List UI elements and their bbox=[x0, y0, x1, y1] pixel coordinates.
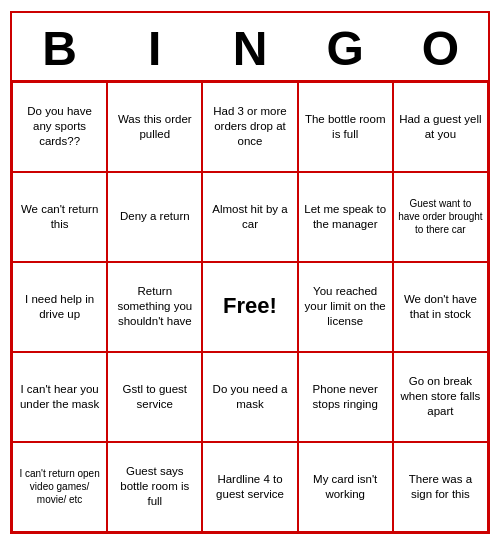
bingo-cell-16[interactable]: Gstl to guest service bbox=[107, 352, 202, 442]
bingo-cell-19[interactable]: Go on break when store falls apart bbox=[393, 352, 488, 442]
bingo-cell-0[interactable]: Do you have any sports cards?? bbox=[12, 82, 107, 172]
bingo-card: B I N G O Do you have any sports cards??… bbox=[10, 11, 490, 534]
letter-b: B bbox=[16, 21, 104, 76]
letter-g: G bbox=[301, 21, 389, 76]
bingo-cell-18[interactable]: Phone never stops ringing bbox=[298, 352, 393, 442]
bingo-cell-20[interactable]: I can't return open video games/ movie/ … bbox=[12, 442, 107, 532]
letter-i: I bbox=[111, 21, 199, 76]
bingo-cell-14[interactable]: We don't have that in stock bbox=[393, 262, 488, 352]
bingo-header: B I N G O bbox=[12, 13, 488, 80]
bingo-cell-7[interactable]: Almost hit by a car bbox=[202, 172, 297, 262]
bingo-cell-21[interactable]: Guest says bottle room is full bbox=[107, 442, 202, 532]
bingo-cell-6[interactable]: Deny a return bbox=[107, 172, 202, 262]
bingo-cell-5[interactable]: We can't return this bbox=[12, 172, 107, 262]
bingo-cell-13[interactable]: You reached your limit on the license bbox=[298, 262, 393, 352]
bingo-cell-23[interactable]: My card isn't working bbox=[298, 442, 393, 532]
bingo-cell-12[interactable]: Free! bbox=[202, 262, 297, 352]
bingo-cell-3[interactable]: The bottle room is full bbox=[298, 82, 393, 172]
bingo-grid: Do you have any sports cards??Was this o… bbox=[12, 80, 488, 532]
bingo-cell-1[interactable]: Was this order pulled bbox=[107, 82, 202, 172]
bingo-cell-24[interactable]: There was a sign for this bbox=[393, 442, 488, 532]
bingo-cell-4[interactable]: Had a guest yell at you bbox=[393, 82, 488, 172]
bingo-cell-11[interactable]: Return something you shouldn't have bbox=[107, 262, 202, 352]
bingo-cell-2[interactable]: Had 3 or more orders drop at once bbox=[202, 82, 297, 172]
letter-o: O bbox=[396, 21, 484, 76]
bingo-cell-22[interactable]: Hardline 4 to guest service bbox=[202, 442, 297, 532]
bingo-cell-10[interactable]: I need help in drive up bbox=[12, 262, 107, 352]
letter-n: N bbox=[206, 21, 294, 76]
bingo-cell-15[interactable]: I can't hear you under the mask bbox=[12, 352, 107, 442]
bingo-cell-8[interactable]: Let me speak to the manager bbox=[298, 172, 393, 262]
bingo-cell-17[interactable]: Do you need a mask bbox=[202, 352, 297, 442]
bingo-cell-9[interactable]: Guest want to have order brought to ther… bbox=[393, 172, 488, 262]
